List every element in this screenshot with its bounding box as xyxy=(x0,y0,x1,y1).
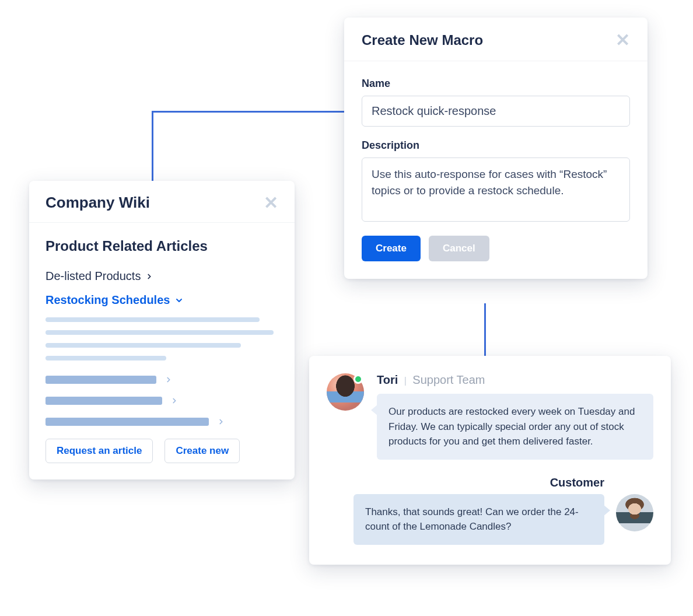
agent-row: Tori | Support Team Our products are res… xyxy=(327,373,653,460)
agent-team: Support Team xyxy=(412,373,485,386)
article-label: Restocking Schedules xyxy=(46,293,170,307)
macro-title: Create New Macro xyxy=(362,32,483,48)
online-status-icon xyxy=(354,374,363,384)
close-icon[interactable]: ✕ xyxy=(264,194,278,212)
wiki-title: Company Wiki xyxy=(46,194,150,212)
name-label: Name xyxy=(362,78,630,90)
article-item-restocking[interactable]: Restocking Schedules xyxy=(46,293,278,307)
chevron-down-icon xyxy=(174,296,184,305)
agent-message-bubble: Our products are restocked every week on… xyxy=(377,394,653,460)
create-macro-dialog: Create New Macro ✕ Name Description Crea… xyxy=(344,18,648,279)
close-icon[interactable]: ✕ xyxy=(615,32,630,49)
wiki-header: Company Wiki ✕ xyxy=(29,181,295,223)
agent-avatar xyxy=(327,373,364,411)
avatar xyxy=(616,494,653,531)
cancel-button[interactable]: Cancel xyxy=(429,236,489,261)
description-label: Description xyxy=(362,139,630,152)
chevron-right-icon xyxy=(164,376,173,384)
macro-description-input[interactable] xyxy=(362,158,630,222)
article-label: De-listed Products xyxy=(46,270,141,283)
company-wiki-panel: Company Wiki ✕ Product Related Articles … xyxy=(29,181,295,480)
chevron-right-icon xyxy=(217,418,225,426)
sub-article-placeholder[interactable] xyxy=(46,418,278,426)
connector-line xyxy=(152,111,153,187)
sub-article-placeholder[interactable] xyxy=(46,397,278,405)
agent-name: Tori xyxy=(377,373,398,386)
create-new-article-button[interactable]: Create new xyxy=(164,439,240,463)
connector-line xyxy=(484,303,486,359)
customer-message-bubble: Thanks, that sounds great! Can we order … xyxy=(354,494,604,545)
request-article-button[interactable]: Request an article xyxy=(46,439,153,463)
customer-label: Customer xyxy=(327,476,604,489)
customer-row: Thanks, that sounds great! Can we order … xyxy=(327,494,653,545)
chevron-right-icon xyxy=(145,272,153,281)
customer-avatar xyxy=(616,494,653,531)
wiki-section-heading: Product Related Articles xyxy=(46,238,278,254)
article-item-delisted[interactable]: De-listed Products xyxy=(46,270,278,283)
create-button[interactable]: Create xyxy=(362,236,421,261)
support-chat-panel: Tori | Support Team Our products are res… xyxy=(309,356,671,565)
connector-line xyxy=(152,111,350,113)
macro-name-input[interactable] xyxy=(362,96,630,127)
sub-article-placeholder[interactable] xyxy=(46,376,278,384)
divider: | xyxy=(404,376,407,386)
agent-header: Tori | Support Team xyxy=(377,373,653,387)
chevron-right-icon xyxy=(170,397,178,405)
macro-header: Create New Macro ✕ xyxy=(344,18,648,61)
article-content-placeholder xyxy=(46,317,278,360)
